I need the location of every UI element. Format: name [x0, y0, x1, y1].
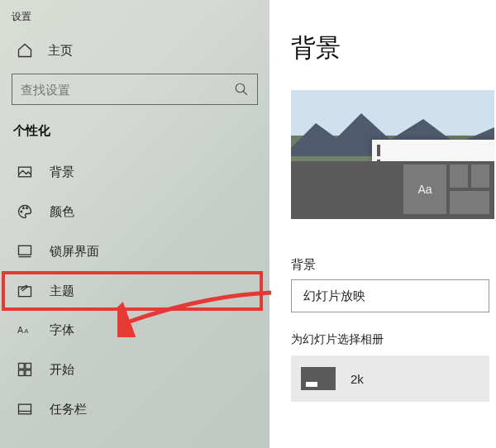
svg-rect-6 [19, 245, 31, 255]
svg-rect-13 [19, 370, 25, 376]
preview-sample-text: Aa [403, 164, 446, 214]
background-preview: Aa [291, 90, 494, 219]
font-icon: AA [17, 323, 33, 338]
theme-icon [17, 283, 33, 299]
svg-rect-15 [19, 404, 31, 414]
album-label: 为幻灯片选择相册 [291, 332, 496, 347]
section-personalization: 个性化 [0, 105, 269, 147]
svg-line-1 [243, 91, 247, 95]
background-select-value: 幻灯片放映 [303, 288, 365, 304]
sidebar-item-label: 字体 [50, 322, 74, 338]
background-field-label: 背景 [291, 257, 496, 273]
svg-rect-12 [26, 364, 31, 369]
svg-rect-14 [26, 370, 31, 376]
sidebar-item-themes[interactable]: 主题 [2, 271, 263, 311]
svg-text:A: A [17, 325, 23, 335]
settings-sidebar: 设置 主页 个性化 背景 颜色 [0, 0, 269, 448]
sidebar-item-label: 背景 [50, 164, 74, 180]
start-icon [17, 361, 33, 378]
sidebar-item-label: 锁屏界面 [50, 244, 99, 260]
svg-point-5 [26, 207, 28, 209]
album-item[interactable]: 2k [291, 355, 489, 402]
sidebar-item-color[interactable]: 颜色 [0, 192, 269, 231]
window-title: 设置 [0, 7, 269, 36]
sidebar-item-label: 开始 [50, 362, 74, 378]
sidebar-item-taskbar[interactable]: 任务栏 [0, 389, 269, 429]
picture-icon [17, 164, 33, 180]
home-icon [17, 42, 33, 59]
taskbar-icon [17, 401, 33, 417]
svg-point-4 [23, 207, 25, 209]
sidebar-nav: 背景 颜色 锁屏界面 主题 AA 字体 [0, 147, 269, 429]
svg-point-3 [21, 211, 22, 212]
sidebar-item-lockscreen[interactable]: 锁屏界面 [0, 231, 269, 271]
home-label: 主页 [48, 43, 73, 59]
sidebar-item-home[interactable]: 主页 [0, 36, 269, 74]
sidebar-item-label: 主题 [50, 284, 74, 299]
sidebar-item-label: 颜色 [50, 204, 74, 220]
palette-icon [17, 203, 33, 220]
main-panel: 背景 Aa 背景 幻灯片放映 为幻灯片选择相册 2k [269, 0, 496, 448]
search-input-wrap[interactable] [12, 74, 258, 105]
search-input[interactable] [21, 83, 215, 97]
svg-rect-11 [19, 364, 25, 369]
search-icon [234, 82, 249, 97]
background-select[interactable]: 幻灯片放映 [291, 279, 489, 312]
svg-point-0 [236, 83, 245, 93]
sidebar-item-label: 任务栏 [50, 402, 87, 417]
preview-taskbar-mock: Aa [291, 161, 494, 219]
album-thumb-icon [301, 367, 336, 390]
sidebar-item-background[interactable]: 背景 [0, 152, 269, 192]
sidebar-item-fonts[interactable]: AA 字体 [0, 311, 269, 350]
page-title: 背景 [291, 31, 496, 65]
svg-text:A: A [24, 327, 28, 335]
album-name: 2k [351, 372, 364, 386]
lockscreen-icon [17, 243, 33, 260]
sidebar-item-start[interactable]: 开始 [0, 350, 269, 389]
